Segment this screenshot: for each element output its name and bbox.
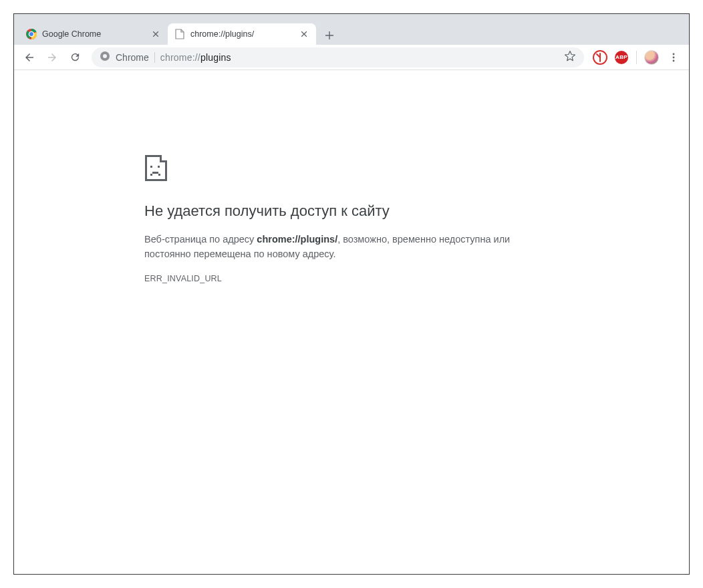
close-tab-button[interactable] <box>299 29 309 39</box>
title-bar <box>14 14 689 21</box>
svg-rect-13 <box>152 172 158 174</box>
url-text: chrome://plugins <box>160 52 231 63</box>
address-bar[interactable]: Chrome chrome://plugins <box>92 47 584 67</box>
url-muted: chrome:// <box>160 52 200 63</box>
yandex-extension-icon[interactable] <box>591 48 609 67</box>
abp-badge: ABP <box>615 51 628 64</box>
svg-point-9 <box>673 59 675 61</box>
back-button[interactable] <box>19 47 39 67</box>
desc-url: chrome://plugins/ <box>257 234 337 245</box>
scheme-label: Chrome <box>116 52 155 63</box>
url-dark: plugins <box>200 52 231 63</box>
page-content: Не удается получить доступ к сайту Веб-с… <box>14 70 689 574</box>
error-heading: Не удается получить доступ к сайту <box>144 202 559 220</box>
error-page: Не удается получить доступ к сайту Веб-с… <box>144 154 559 574</box>
tab-title: chrome://plugins/ <box>190 29 293 39</box>
page-favicon-icon <box>174 29 185 39</box>
error-code: ERR_INVALID_URL <box>144 274 559 283</box>
tab-strip: Google Chrome chrome://plugins/ <box>14 21 689 45</box>
svg-point-7 <box>673 53 675 55</box>
abp-extension-icon[interactable]: ABP <box>612 48 631 67</box>
desc-prefix: Веб-страница по адресу <box>144 234 257 245</box>
browser-window: Google Chrome chrome://plugins/ <box>13 13 690 575</box>
bookmark-star-icon[interactable] <box>564 50 576 65</box>
svg-point-5 <box>103 54 107 58</box>
tab-chrome-plugins[interactable]: chrome://plugins/ <box>168 23 316 45</box>
chrome-scheme-icon <box>100 51 110 64</box>
error-description: Веб-страница по адресу chrome://plugins/… <box>144 232 559 262</box>
menu-button[interactable] <box>664 47 684 67</box>
toolbar: Chrome chrome://plugins ABP <box>14 45 689 70</box>
close-tab-button[interactable] <box>150 29 161 39</box>
forward-button[interactable] <box>42 47 62 67</box>
sad-page-icon <box>144 154 559 184</box>
svg-rect-12 <box>150 174 152 176</box>
tab-google-chrome[interactable]: Google Chrome <box>19 23 168 45</box>
chrome-favicon-icon <box>26 29 37 39</box>
svg-point-8 <box>673 56 675 58</box>
svg-rect-11 <box>158 166 160 168</box>
new-tab-button[interactable] <box>320 26 339 45</box>
svg-rect-14 <box>158 174 160 176</box>
reload-button[interactable] <box>65 47 85 67</box>
tab-title: Google Chrome <box>42 29 145 39</box>
toolbar-separator <box>636 51 637 64</box>
avatar-icon <box>644 50 659 65</box>
svg-rect-10 <box>150 166 152 168</box>
profile-avatar[interactable] <box>642 48 661 67</box>
